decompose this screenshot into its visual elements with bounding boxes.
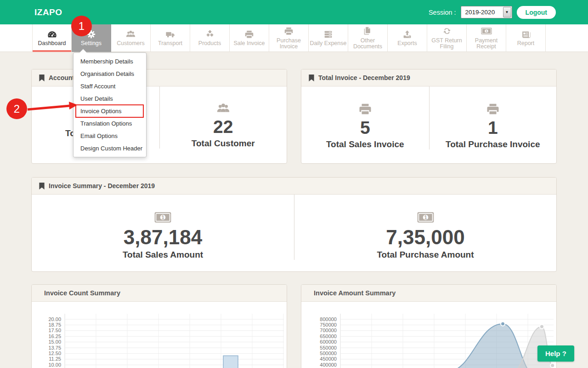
tab-purchase-invoice[interactable]: Purchase Invoice [269,24,309,52]
svg-text:11.25: 11.25 [49,356,61,362]
banknote-icon: 1 [417,209,434,225]
invoice-count-chart: 20.0018.7517.5016.2515.0013.7512.5011.25… [32,302,288,368]
total-customer-label: Total Customer [192,138,255,149]
total-sales-invoice-label: Total Sales Invoice [326,139,404,150]
menu-item-translation-options[interactable]: Translation Options [74,117,146,130]
card-title: Invoice Summary - December 2019 [49,182,155,190]
banknote-icon: 1 [481,26,492,37]
session-label: Session : [429,9,456,16]
menu-item-organisation-details[interactable]: Organisation Details [74,68,146,80]
svg-text:650000: 650000 [320,334,337,339]
tab-label: Products [198,40,221,47]
documents-icon [363,26,373,37]
bookmark-icon [39,183,45,190]
invoice-amount-summary-card: Invoice Amount Summary 80000075000070000… [301,284,557,368]
total-purchase-amount-value: 7,35,000 [386,227,464,248]
printer-icon [486,101,500,117]
logout-button[interactable]: Logout [517,6,556,19]
svg-text:1: 1 [485,29,487,33]
tab-label: GST Return Filing [428,38,465,50]
tab-label: Customers [117,40,144,47]
printer-icon [244,29,254,40]
app-logo: IZAPO [34,7,62,17]
total-invoice-card: Total Invoice - December 2019 5 Total Sa… [301,69,557,164]
annotation-step-2-badge: 2 [6,98,27,119]
svg-text:15.00: 15.00 [48,339,61,345]
total-purchase-invoice-label: Total Purchase Invoice [446,139,540,150]
svg-text:17.50: 17.50 [48,328,61,333]
tab-exports[interactable]: Exports [388,24,427,52]
sync-icon [442,26,452,37]
invoice-amount-chart: 8000007500007000006500006000005500005000… [301,302,557,368]
session-select-value: 2019-2020 [461,9,495,16]
svg-text:12.50: 12.50 [48,351,61,356]
tab-payment-receipt[interactable]: 1Payment Receipt [467,24,506,52]
invoice-summary-card: Invoice Summary - December 2019 1 3,87,1… [31,177,557,272]
tab-daily-expense[interactable]: Daily Expense [309,24,348,52]
card-title: Account [49,74,74,81]
total-customer-value: 22 [213,118,233,137]
tab-label: Sale Invoice [233,40,265,47]
svg-text:800000: 800000 [320,316,337,322]
menu-item-user-details[interactable]: User Details [74,92,146,105]
printer-icon [284,26,294,37]
menu-item-email-options[interactable]: Email Options [74,130,146,142]
users-icon [215,100,231,116]
chart-title: Invoice Count Summary [44,289,120,297]
svg-text:450000: 450000 [320,356,337,362]
card-title: Total Invoice - December 2019 [318,74,410,81]
tab-products[interactable]: Products [190,24,230,52]
menu-item-membership-details[interactable]: Membership Details [74,55,146,68]
total-purchase-invoice-value: 1 [488,119,498,138]
svg-text:400000: 400000 [320,362,337,368]
menu-item-design-custom-header[interactable]: Design Custom Header [74,142,146,155]
tab-label: Transport [158,40,182,47]
svg-text:750000: 750000 [320,322,337,328]
svg-text:550000: 550000 [320,345,337,351]
menu-item-staff-account[interactable]: Staff Account [74,80,146,92]
tasks-icon [323,29,334,40]
svg-text:600000: 600000 [320,339,337,345]
tab-dashboard[interactable]: Dashboard [32,24,72,52]
bookmark-icon [39,75,45,81]
tab-report[interactable]: Report [506,24,546,52]
svg-text:1: 1 [424,214,427,220]
menu-item-invoice-options[interactable]: Invoice Options [74,105,146,117]
truck-icon [165,29,176,40]
chevron-down-icon[interactable]: ▼ [503,7,511,17]
dashboard-icon [47,29,57,40]
total-sales-amount-label: Total Sales Amount [123,250,203,260]
svg-text:500000: 500000 [320,351,337,356]
tab-label: Settings [81,40,102,47]
svg-text:13.75: 13.75 [48,345,61,351]
upload-icon [402,29,412,40]
session-select[interactable]: 2019-2020 ▼ [461,6,512,18]
svg-text:18.75: 18.75 [48,322,61,328]
settings-dropdown-menu: Membership DetailsOrganisation DetailsSt… [73,52,147,157]
svg-text:1: 1 [161,214,164,220]
newspaper-icon [521,29,531,40]
tab-sale-invoice[interactable]: Sale Invoice [230,24,269,52]
printer-icon [358,101,372,117]
banknote-icon: 1 [154,209,171,225]
help-button[interactable]: Help ? [537,345,574,362]
tab-gst-return-filing[interactable]: GST Return Filing [427,24,467,52]
tab-label: Purchase Invoice [270,38,307,50]
svg-text:16.25: 16.25 [48,334,61,339]
svg-text:10.00: 10.00 [48,362,61,368]
cubes-icon [204,29,215,40]
tab-label: Exports [397,40,417,47]
tab-customers[interactable]: Customers [111,24,151,52]
users-icon [125,29,136,40]
tab-label: Other Documents [349,38,386,50]
total-purchase-amount-label: Total Purchase Amount [377,250,474,260]
tab-transport[interactable]: Transport [151,24,190,52]
tab-other-documents[interactable]: Other Documents [348,24,388,52]
invoice-count-summary-card: Invoice Count Summary 20.0018.7517.5016.… [31,284,287,368]
svg-text:700000: 700000 [320,328,337,333]
total-sales-amount-value: 3,87,184 [124,227,202,248]
tab-label: Daily Expense [310,40,347,47]
tab-label: Payment Receipt [468,38,505,50]
total-sales-invoice-value: 5 [360,119,370,138]
tab-label: Report [517,40,535,47]
